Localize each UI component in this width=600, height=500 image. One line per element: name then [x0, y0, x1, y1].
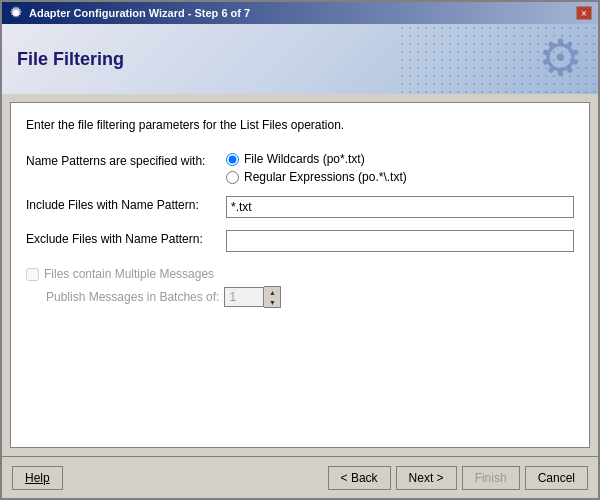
title-bar: Adapter Configuration Wizard - Step 6 of…	[2, 2, 598, 24]
wizard-window: Adapter Configuration Wizard - Step 6 of…	[0, 0, 600, 500]
page-title: File Filtering	[17, 49, 124, 70]
footer-left: Help	[12, 466, 63, 490]
multiple-messages-checkbox[interactable]	[26, 268, 39, 281]
multiple-messages-label: Files contain Multiple Messages	[44, 267, 214, 281]
footer-right: < Back Next > Finish Cancel	[328, 466, 588, 490]
name-patterns-label: Name Patterns are specified with:	[26, 152, 226, 168]
batch-label: Publish Messages in Batches of:	[46, 290, 219, 304]
back-button[interactable]: < Back	[328, 466, 391, 490]
title-bar-left: Adapter Configuration Wizard - Step 6 of…	[8, 5, 250, 21]
radio-regex-option[interactable]: Regular Expressions (po.*\.txt)	[226, 170, 407, 184]
spinner-up-button[interactable]: ▲	[264, 287, 280, 297]
include-files-label: Include Files with Name Pattern:	[26, 196, 226, 212]
radio-wildcards-label: File Wildcards (po*.txt)	[244, 152, 365, 166]
cancel-button[interactable]: Cancel	[525, 466, 588, 490]
batch-spinner: ▲ ▼	[224, 286, 281, 308]
radio-regex[interactable]	[226, 171, 239, 184]
title-bar-text: Adapter Configuration Wizard - Step 6 of…	[29, 7, 250, 19]
description-text: Enter the file filtering parameters for …	[26, 118, 574, 132]
header-banner: File Filtering ⚙	[2, 24, 598, 94]
next-button[interactable]: Next >	[396, 466, 457, 490]
gear-icon: ⚙	[538, 29, 583, 87]
radio-regex-label: Regular Expressions (po.*\.txt)	[244, 170, 407, 184]
spinner-down-button[interactable]: ▼	[264, 297, 280, 307]
include-pattern-input[interactable]	[226, 196, 574, 218]
name-patterns-row: Name Patterns are specified with: File W…	[26, 152, 574, 184]
help-button[interactable]: Help	[12, 466, 63, 490]
title-icon	[8, 5, 24, 21]
batch-row: Publish Messages in Batches of: ▲ ▼	[46, 286, 574, 308]
content-area: Enter the file filtering parameters for …	[10, 102, 590, 448]
spinner-buttons: ▲ ▼	[264, 286, 281, 308]
close-button[interactable]: ×	[576, 6, 592, 20]
batch-value-input[interactable]	[224, 287, 264, 307]
name-patterns-options: File Wildcards (po*.txt) Regular Express…	[226, 152, 407, 184]
footer: Help < Back Next > Finish Cancel	[2, 456, 598, 498]
finish-button[interactable]: Finish	[462, 466, 520, 490]
include-files-row: Include Files with Name Pattern:	[26, 196, 574, 218]
exclude-files-label: Exclude Files with Name Pattern:	[26, 230, 226, 246]
exclude-pattern-input[interactable]	[226, 230, 574, 252]
exclude-files-row: Exclude Files with Name Pattern:	[26, 230, 574, 252]
radio-wildcards[interactable]	[226, 153, 239, 166]
multiple-messages-row: Files contain Multiple Messages	[26, 267, 574, 281]
radio-wildcards-option[interactable]: File Wildcards (po*.txt)	[226, 152, 407, 166]
